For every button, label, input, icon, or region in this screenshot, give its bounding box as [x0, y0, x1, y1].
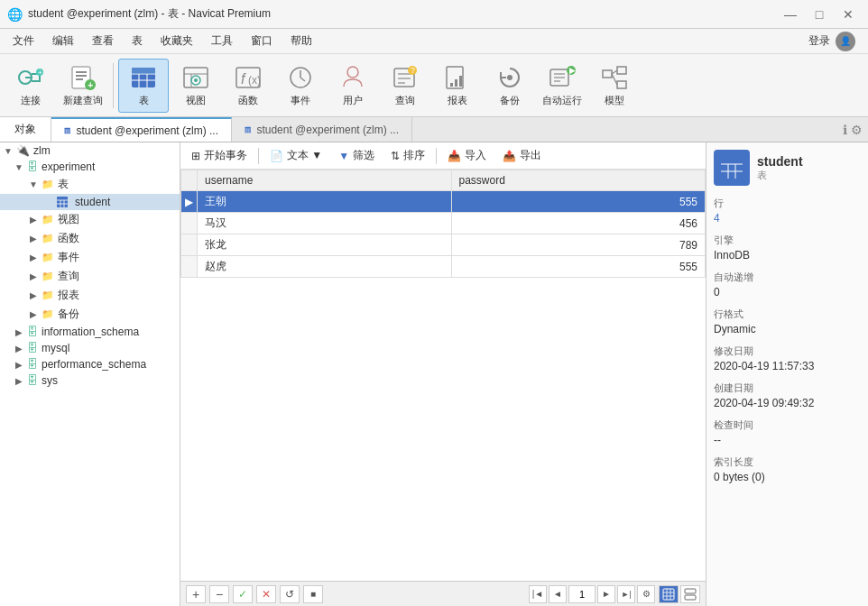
nav-first-button[interactable]: |◄	[529, 585, 547, 603]
info-modified-date: 修改日期 2020-04-19 11:57:33	[714, 344, 861, 372]
info-created-date: 创建日期 2020-04-19 09:49:32	[714, 381, 861, 409]
tab-1[interactable]: student @experiment (zlm) ...	[51, 117, 232, 142]
connection-icon: 🔌	[16, 144, 30, 157]
toolbar-autorun[interactable]: ▶ 自动运行	[537, 59, 587, 113]
sidebar-item-info-schema[interactable]: ▶ 🗄 information_schema	[0, 324, 180, 340]
sort-button[interactable]: ⇅ 排序	[383, 145, 432, 166]
chevron-right-icon: ▶	[29, 271, 38, 281]
sidebar-item-label: 表	[58, 177, 69, 192]
tab-objects[interactable]: 对象	[0, 117, 51, 142]
sidebar-item-student[interactable]: student	[0, 194, 180, 210]
cell-username[interactable]: 王朝	[198, 191, 452, 213]
tab-2[interactable]: student @experiment (zlm) ...	[232, 117, 412, 142]
cell-password[interactable]: 789	[451, 234, 706, 256]
settings-icon[interactable]: ⚙	[851, 123, 863, 137]
table-large-icon	[719, 155, 744, 180]
cell-password[interactable]: 555	[451, 256, 706, 278]
refresh-button[interactable]: ↺	[280, 585, 300, 603]
table-row[interactable]: 张龙789	[181, 234, 706, 256]
cancel-button[interactable]: ✕	[256, 585, 276, 603]
delete-row-button[interactable]: −	[209, 585, 229, 603]
menu-table[interactable]: 表	[123, 30, 152, 52]
sub-sep-1	[258, 148, 259, 164]
login-area[interactable]: 登录 👤	[799, 28, 864, 55]
window-controls[interactable]: — □ ✕	[778, 5, 861, 24]
nav-page-input[interactable]	[568, 585, 596, 603]
sidebar-item-label: performance_schema	[42, 358, 146, 371]
sidebar-item-experiment[interactable]: ▼ 🗄 experiment	[0, 159, 180, 175]
toolbar-backup[interactable]: 备份	[485, 59, 535, 113]
sidebar-item-label: zlm	[33, 144, 51, 157]
sidebar-item-tables[interactable]: ▼ 📁 表	[0, 175, 180, 194]
table-row[interactable]: 马汉456	[181, 213, 706, 234]
column-header-username[interactable]: username	[198, 170, 452, 191]
toolbar-model[interactable]: 模型	[589, 59, 640, 113]
table-body: ▶王朝555马汉456张龙789赵虎555	[181, 191, 706, 278]
close-button[interactable]: ✕	[836, 5, 861, 24]
nav-next-button[interactable]: ►	[597, 585, 615, 603]
filter-button[interactable]: ▼ 筛选	[331, 145, 382, 166]
nav-prev-button[interactable]: ◄	[549, 585, 567, 603]
info-index-length: 索引长度 0 bytes (0)	[714, 455, 861, 483]
menu-help[interactable]: 帮助	[282, 30, 321, 52]
sidebar-item-views[interactable]: ▶ 📁 视图	[0, 210, 180, 229]
sidebar-item-functions[interactable]: ▶ 📁 函数	[0, 229, 180, 248]
grid-view-button[interactable]	[659, 585, 679, 603]
sidebar-item-label: mysql	[42, 342, 69, 354]
info-icon[interactable]: ℹ	[843, 123, 847, 137]
auto-increment-value: 0	[714, 286, 861, 298]
navigation-controls: |◄ ◄ ► ►| ⚙	[529, 585, 655, 603]
add-row-button[interactable]: +	[186, 585, 206, 603]
sidebar-item-label: 事件	[58, 250, 79, 265]
toolbar-connect[interactable]: + 连接	[5, 59, 56, 113]
sidebar-item-backups[interactable]: ▶ 📁 备份	[0, 305, 180, 324]
cell-username[interactable]: 张龙	[198, 234, 452, 256]
cell-password[interactable]: 456	[451, 213, 706, 234]
sidebar-item-mysql[interactable]: ▶ 🗄 mysql	[0, 340, 180, 356]
column-header-password[interactable]: password	[451, 170, 706, 191]
sidebar-item-zlm[interactable]: ▼ 🔌 zlm	[0, 142, 180, 159]
confirm-button[interactable]: ✓	[233, 585, 253, 603]
menu-edit[interactable]: 编辑	[43, 30, 83, 52]
toolbar-query[interactable]: ? 查询	[380, 59, 430, 113]
cell-username[interactable]: 马汉	[198, 213, 452, 234]
minimize-button[interactable]: —	[778, 5, 803, 24]
query-label: 查询	[395, 94, 415, 107]
start-transaction-button[interactable]: ⊞ 开始事务	[184, 145, 254, 166]
toolbar-event[interactable]: 事件	[275, 59, 326, 113]
sidebar-item-reports[interactable]: ▶ 📁 报表	[0, 286, 180, 305]
export-button[interactable]: 📤 导出	[495, 145, 549, 166]
stop-button[interactable]: ■	[303, 585, 323, 603]
maximize-button[interactable]: □	[807, 5, 832, 24]
info-title-block: student 表	[757, 154, 803, 182]
menu-file[interactable]: 文件	[4, 30, 43, 52]
folder-icon: 📁	[42, 271, 54, 282]
sidebar-item-events[interactable]: ▶ 📁 事件	[0, 248, 180, 267]
toolbar-new-query[interactable]: + 新建查询	[58, 59, 108, 113]
import-button[interactable]: 📥 导入	[440, 145, 494, 166]
toolbar-function[interactable]: f (x) 函数	[223, 59, 273, 113]
info-check-time: 检查时间 --	[714, 418, 861, 446]
table-row[interactable]: 赵虎555	[181, 256, 706, 278]
menu-view[interactable]: 查看	[83, 30, 123, 52]
sidebar-item-sys[interactable]: ▶ 🗄 sys	[0, 372, 180, 389]
text-button[interactable]: 📄 文本 ▼	[263, 145, 329, 166]
cell-password[interactable]: 555	[451, 191, 706, 213]
menu-tools[interactable]: 工具	[202, 30, 242, 52]
toolbar-view[interactable]: 视图	[171, 59, 221, 113]
folder-icon: 📁	[42, 308, 54, 320]
sidebar-item-queries[interactable]: ▶ 📁 查询	[0, 267, 180, 286]
menu-favorites[interactable]: 收藏夹	[152, 30, 202, 52]
table-row[interactable]: ▶王朝555	[181, 191, 706, 213]
sidebar-item-perf-schema[interactable]: ▶ 🗄 performance_schema	[0, 356, 180, 372]
text-label: 文本 ▼	[287, 148, 322, 163]
toolbar-report[interactable]: 报表	[432, 59, 483, 113]
nav-last-button[interactable]: ►|	[617, 585, 635, 603]
chevron-right-icon: ▶	[29, 290, 38, 300]
settings-btn[interactable]: ⚙	[637, 585, 655, 603]
toolbar-user[interactable]: 用户	[328, 59, 378, 113]
cell-username[interactable]: 赵虎	[198, 256, 452, 278]
toolbar-table[interactable]: 表	[118, 59, 169, 113]
menu-window[interactable]: 窗口	[242, 30, 282, 52]
form-view-button[interactable]	[680, 585, 700, 603]
